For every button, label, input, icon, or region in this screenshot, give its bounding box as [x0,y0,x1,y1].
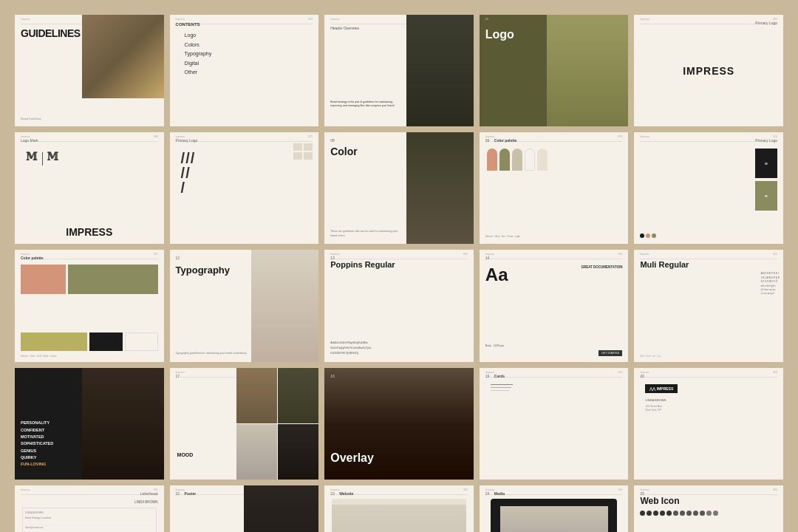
slide-6-num: 006 [154,135,158,138]
slide-6: Impress 006 Logo Mark 𝕄 𝕄 IMPRESS [15,132,164,244]
contents-typography: Typography [185,50,212,59]
icon-9 [693,511,698,516]
p-line5: GENIUS [21,448,53,454]
slide-5: Impress 005 Primary Logo IMPRESS [634,15,783,126]
slide-14-btn[interactable]: GET STARTED [598,350,622,356]
icon-10 [700,511,705,516]
slide-15-brand: Impress [640,253,649,256]
slide-3-text: Brand strategy is the part of guidelines… [330,100,402,109]
slide-21-body: LINDA BROWN Brand Strategy Consultant lo… [25,511,154,530]
slide-13-num: 013 [463,253,468,256]
slide-25-icons [640,511,729,516]
slide-6-marks: 𝕄 𝕄 [26,151,58,166]
icon-11 [706,511,712,516]
slide-10-logos: M M [755,149,777,211]
slide-20-logos: ⋀⋀ IMPRESS LINDA BROWN 123 Street Ave Ne… [645,384,678,413]
slide-15-title: Muli Regular [640,260,689,269]
slide-2-title: CONTENTS [176,22,200,27]
slide-20-label: 20 [640,374,644,378]
mood-img-4 [278,424,318,480]
slide-12-title: Typography [176,265,230,276]
slide-2-num: 002 [308,18,313,21]
slide-7-title: Primary Logo [176,138,198,143]
arch-salmon [487,149,497,171]
slide-11-swatches-bottom [21,332,158,351]
swatch-dark [89,332,123,351]
slide-3-title: Header Overview [330,26,359,30]
slide-14-num: 014 [618,253,623,256]
slide-12-image [251,250,318,361]
slide-5-title: Primary Logo [755,21,777,25]
slide-17-label: 17 [176,374,180,378]
slide-19: Impress 019 19 Cards [480,368,629,480]
mood-img-3 [236,424,277,480]
slide-13-details: AaBbCcDdEeFfGgHhIiJjKkLlMm NnOoPpQqRrSsT… [330,341,371,356]
slide-21-name: LINDA BROWN [134,500,158,504]
icon-1 [640,511,645,516]
slide-11-labels: Salmon · Olive · Gold · Dark · Cream [21,355,57,358]
slide-11-swatches [21,265,158,294]
slide-25-num: 025 [773,488,777,491]
contents-other: Other [185,68,212,78]
slide-22: Impress 022 22 Poster A Poster Impress [170,485,319,532]
slide-7-num: 007 [308,135,313,138]
slide-20-address: 123 Street Ave New York, NY [645,405,678,413]
contents-digital: Digital [185,59,212,69]
slide-12-body: Typography guidelines for maintaining yo… [176,352,248,356]
icon-3 [653,511,658,516]
slide-21-brand: Impress [21,488,30,491]
slide-1-footer: Brand Guidelines [21,117,41,120]
icon-6 [673,511,678,516]
slide-23-mockup [332,499,466,532]
card-line-2 [491,387,511,388]
swatch-cream [125,332,158,351]
slide-6-logo: IMPRESS [21,226,158,238]
slide-2-list: Logo Colors Typography Digital Other [185,31,212,78]
slide-20-num: 020 [773,371,777,374]
slide-8-num: 08 [330,138,335,143]
slide-10-title: Primary Logo [755,138,777,143]
slide-17-grid [236,368,318,480]
slide-21-doc: LINDA BROWN Brand Strategy Consultant lo… [22,508,157,532]
mood-img-2 [278,368,318,423]
slide-23-num: 023 [463,488,468,491]
slide-9: Impress 009 09 Color palette Salmon · Ol… [480,132,629,244]
p-line3: MOTIVATED [21,434,53,440]
slide-15-num: 015 [773,253,777,256]
slide-11: Impress 011 Color palette Salmon · Olive… [15,250,164,361]
icon-2 [647,511,652,516]
slide-8-image [406,132,474,244]
slide-10-brand: Impress [640,135,649,138]
slide-17-mood-label: MOOD [177,452,194,457]
slide-20: Impress 020 20 ⋀⋀ IMPRESS LINDA BROWN 12… [634,368,783,480]
arch-olive [499,149,510,171]
swatch-salmon [21,265,66,294]
slide-24-screen [500,506,608,532]
slide-1-image [82,15,164,98]
slide-13-title: Poppins Regular [330,260,395,269]
slide-17: Impress 017 17 MOOD [170,368,319,480]
mood-img-1 [236,368,277,423]
slide-8: Color 08 These are guidelines that can b… [324,132,474,244]
slide-10: Impress 010 Primary Logo M M [634,132,783,244]
icon-4 [660,511,665,516]
slide-4-image [547,15,629,126]
slide-10-olive-logo: M [755,181,777,211]
slide-24-title: Media [494,491,505,496]
slide-14-aa: Aa [485,265,508,285]
slide-8-body: These are guidelines that can be used fo… [330,230,402,238]
slide-18-title: Overlay [330,451,374,465]
slide-16: PERSONALITY CONFIDENT MOTIVATED SOPHISTI… [15,368,164,480]
slide-19-cards [491,384,513,391]
slide-6-mark1: 𝕄 [26,151,38,166]
slide-1-title: GUIDELINES [21,28,81,38]
slide-12-num: 12 [176,256,180,260]
slide-3-brand: Impress [330,18,339,21]
slide-3: Impress 003 Brand strategy is the part o… [324,15,474,126]
slide-9-labels: Salmon · Olive · Tan · Cream · Light [485,235,520,238]
slide-4: 04 Logo [480,15,629,126]
slide-8-title: Color [330,146,358,157]
slide-15: Impress 015 Muli Regular A B C D E F G H… [634,250,783,361]
slide-19-num: 019 [618,371,623,374]
slide-2: Impress 002 CONTENTS Logo Colors Typogra… [170,15,319,126]
